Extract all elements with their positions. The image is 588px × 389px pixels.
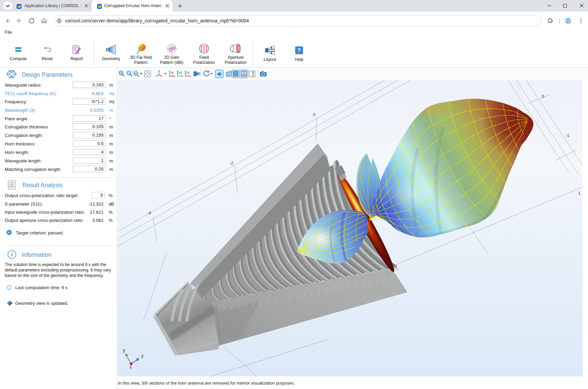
svg-text:i: i [9,286,10,289]
svg-text:yz: yz [179,71,182,74]
svg-text:-1: -1 [566,133,569,138]
svg-text:-4: -4 [147,211,151,215]
svg-text:1: 1 [578,191,581,196]
svg-text:i: i [11,251,13,258]
svg-text:y: y [123,348,125,353]
svg-text:0: 0 [313,112,315,117]
svg-text:z: z [141,353,144,359]
svg-text:?: ? [297,48,301,53]
svg-text:0: 0 [542,94,544,99]
svg-text:x: x [130,365,132,370]
svg-text:-2: -2 [229,161,233,165]
svg-text:xy: xy [170,71,174,74]
svg-text:xz: xz [186,71,190,74]
